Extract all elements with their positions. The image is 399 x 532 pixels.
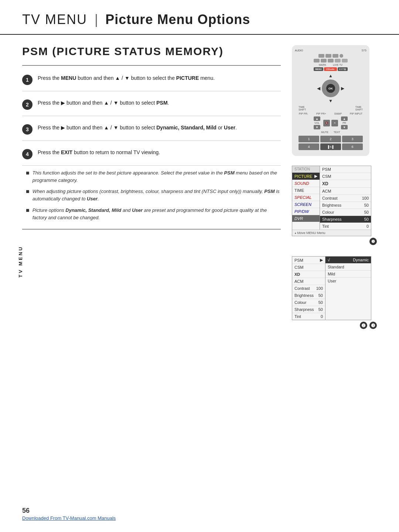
remote-vol-up[interactable]: ▲ xyxy=(314,116,320,121)
menu2-sharpness-value: 50 xyxy=(318,307,323,312)
badge-1: ❶ xyxy=(369,238,377,245)
remote-numpad: 1 2 3 4 ▐ 5 ▌ 6 xyxy=(295,136,366,150)
menu2-brightness: Brightness 50 xyxy=(292,292,325,299)
sound-label: SOUND xyxy=(294,181,309,186)
remote-next-btn xyxy=(342,59,348,62)
menu-right-sharpness: Sharpness 50 xyxy=(320,216,371,223)
remote-rew-btn xyxy=(321,59,327,62)
menu-right-csm: CSM xyxy=(320,173,371,180)
psm-title: PSM (PICTURE STATUS MEMORY) xyxy=(22,45,281,58)
menu2-contrast-label: Contrast xyxy=(294,286,310,291)
menu2-sharpness: Sharpness 50 xyxy=(292,306,325,313)
note-3: ■ Picture options Dynamic, Standard, Mil… xyxy=(26,207,281,221)
note-2-text: When adjusting picture options (contrast… xyxy=(33,188,281,203)
brightness-value: 50 xyxy=(364,203,369,207)
remote-pr-up[interactable]: ▲ xyxy=(341,116,348,121)
acm-row-label: ACM xyxy=(322,189,331,193)
remote-vol-down[interactable]: ▼ xyxy=(314,125,320,129)
menu2-xd: XD xyxy=(292,271,325,278)
menu2-colour-value: 50 xyxy=(318,300,323,305)
step-3-text: Press the ▶ button and then ▲ / ▼ button… xyxy=(38,123,237,132)
footer-link[interactable]: Downloaded From TV-Manual.com Manuals xyxy=(22,515,116,521)
menu2-csm-label: CSM xyxy=(294,265,303,270)
menu-left-station: STATION xyxy=(292,166,320,173)
step-3-number: 3 xyxy=(22,124,33,135)
remote-play-btn xyxy=(325,54,331,58)
notes-section: ■ This function adjusts the set to the b… xyxy=(22,169,281,221)
badge-1-container: ❶ xyxy=(292,238,377,245)
menu2-user: User xyxy=(325,278,371,284)
badge-2: ❷ xyxy=(360,322,367,329)
menu-box-1-inner: STATION PICTURE ▶ SOUND TIME xyxy=(292,166,371,230)
menu-box-2-inner: PSM ▶ CSM XD ACM Contrast xyxy=(292,257,371,320)
menu-footer-text: ⬧ Move MENU Menu xyxy=(294,231,325,235)
menu-left-special: SPECIAL xyxy=(292,194,320,201)
remote-mute-btn[interactable]: 🔇 xyxy=(323,120,330,126)
menu2-psm-label: PSM xyxy=(294,258,303,262)
step-1: 1 Press the MENU button and then ▲ / ▼ b… xyxy=(22,70,281,88)
remote-number: 575 xyxy=(362,49,366,52)
menu2-mild: Mild xyxy=(325,271,371,278)
remote-left-arrow: ◀ xyxy=(317,86,320,91)
note-1-text: This function adjusts the set to the bes… xyxy=(33,169,281,184)
menu2-csm: CSM xyxy=(292,264,325,271)
step-2-number: 2 xyxy=(22,99,33,110)
main-content: PSM (PICTURE STATUS MEMORY) 1 Press the … xyxy=(0,38,399,329)
menu-col-left-1: STATION PICTURE ▶ SOUND TIME xyxy=(292,166,320,230)
menu2-tint-label: Tint xyxy=(294,314,301,319)
menu2-brightness-value: 50 xyxy=(318,293,323,298)
note-1: ■ This function adjusts the set to the b… xyxy=(26,169,281,184)
remote-text-label: TEXT xyxy=(334,131,340,133)
note-3-text: Picture options Dynamic, Standard, Mild … xyxy=(33,207,281,221)
remote-btn-4[interactable]: 4 xyxy=(299,143,319,150)
remote-menu-btn[interactable]: MENU xyxy=(314,67,323,71)
sidebar-tv-menu-label: TV MENU xyxy=(18,245,23,278)
menu-right-psm: PSM xyxy=(320,166,371,173)
steps-area: 1 Press the MENU button and then ▲ / ▼ b… xyxy=(22,65,281,230)
menu2-dynamic: √ Dynamic xyxy=(325,257,371,264)
remote-ok-btn[interactable]: OK xyxy=(322,79,340,97)
menu2-psm-arrow: ▶ xyxy=(320,258,323,262)
remote-btn-3[interactable]: 3 xyxy=(342,136,363,142)
remote-stop-btn xyxy=(318,54,324,58)
remote-exit-btn[interactable]: EXIT⏻ xyxy=(338,67,348,71)
step-4-text: Press the EXIT button to return to norma… xyxy=(38,148,160,156)
step-3: 3 Press the ▶ button and then ▲ / ▼ butt… xyxy=(22,119,281,138)
header-tv-menu: TV MENU xyxy=(22,12,87,27)
menu-footer-1: ⬧ Move MENU Menu xyxy=(292,230,371,236)
menu-screenshot-1-container: STATION PICTURE ▶ SOUND TIME xyxy=(292,166,377,245)
note-3-bullet: ■ xyxy=(26,206,30,215)
user-label: User xyxy=(328,279,336,283)
menu2-acm: ACM xyxy=(292,278,325,285)
standard-label: Standard xyxy=(328,265,344,269)
remote-btn-2[interactable]: 2 xyxy=(320,136,341,142)
menu-right-xd: XD xyxy=(320,180,371,188)
contrast-value: 100 xyxy=(362,196,369,200)
menu-left-sound: SOUND xyxy=(292,180,320,187)
menu-right-colour: Colour 50 xyxy=(320,209,371,216)
xd-row-label: XD xyxy=(322,181,328,186)
brightness-label: Brightness xyxy=(322,203,341,207)
remote-audio-label: AUDIO xyxy=(295,49,303,52)
sharpness-value: 50 xyxy=(364,217,369,221)
contrast-label: Contrast xyxy=(322,196,338,200)
remote-btn-5[interactable]: ▐ 5 ▌ xyxy=(320,143,341,150)
menu2-contrast-value: 100 xyxy=(316,286,323,291)
remote-pr-down[interactable]: ▼ xyxy=(341,125,348,129)
menu-col-right-1: PSM CSM XD ACM Contrast 10 xyxy=(320,166,371,230)
colour-value: 50 xyxy=(364,210,369,214)
menu-box-1: STATION PICTURE ▶ SOUND TIME xyxy=(292,166,371,236)
menu2-xd-label: XD xyxy=(294,272,300,277)
remote-right-arrow: ▶ xyxy=(341,86,344,91)
remote-text-btn[interactable]: ≡ xyxy=(331,120,338,126)
menu2-colour: Colour 50 xyxy=(292,299,325,306)
remote-btn-6[interactable]: 6 xyxy=(342,143,363,150)
page-number: 56 xyxy=(22,507,116,515)
menu2-tint: Tint 0 xyxy=(292,313,325,320)
remote-down-arrow: ▼ xyxy=(328,98,333,104)
remote-xstudio-btn[interactable]: XStudio xyxy=(324,67,337,71)
step-1-number: 1 xyxy=(22,75,33,85)
remote-btn-1[interactable]: 1 xyxy=(299,136,319,142)
picture-arrow: ▶ xyxy=(314,174,317,179)
menu-right-tint: Tint 0 xyxy=(320,223,371,230)
